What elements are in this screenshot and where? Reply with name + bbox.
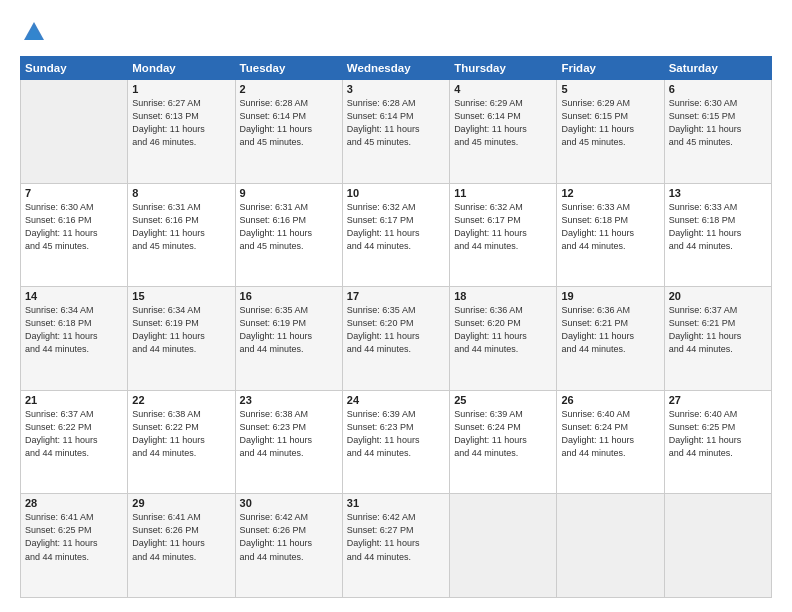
calendar-row-0: 1Sunrise: 6:27 AM Sunset: 6:13 PM Daylig… [21, 80, 772, 184]
day-info: Sunrise: 6:33 AM Sunset: 6:18 PM Dayligh… [561, 201, 659, 253]
calendar-cell [557, 494, 664, 598]
day-number: 22 [132, 394, 230, 406]
day-number: 2 [240, 83, 338, 95]
calendar-cell: 14Sunrise: 6:34 AM Sunset: 6:18 PM Dayli… [21, 287, 128, 391]
calendar-cell: 6Sunrise: 6:30 AM Sunset: 6:15 PM Daylig… [664, 80, 771, 184]
calendar-cell: 22Sunrise: 6:38 AM Sunset: 6:22 PM Dayli… [128, 390, 235, 494]
day-info: Sunrise: 6:40 AM Sunset: 6:25 PM Dayligh… [669, 408, 767, 460]
day-number: 8 [132, 187, 230, 199]
calendar-row-4: 28Sunrise: 6:41 AM Sunset: 6:25 PM Dayli… [21, 494, 772, 598]
calendar-cell: 31Sunrise: 6:42 AM Sunset: 6:27 PM Dayli… [342, 494, 449, 598]
calendar-row-3: 21Sunrise: 6:37 AM Sunset: 6:22 PM Dayli… [21, 390, 772, 494]
calendar-cell: 7Sunrise: 6:30 AM Sunset: 6:16 PM Daylig… [21, 183, 128, 287]
calendar-cell: 2Sunrise: 6:28 AM Sunset: 6:14 PM Daylig… [235, 80, 342, 184]
calendar-cell: 11Sunrise: 6:32 AM Sunset: 6:17 PM Dayli… [450, 183, 557, 287]
calendar-cell: 28Sunrise: 6:41 AM Sunset: 6:25 PM Dayli… [21, 494, 128, 598]
day-number: 28 [25, 497, 123, 509]
calendar-cell: 21Sunrise: 6:37 AM Sunset: 6:22 PM Dayli… [21, 390, 128, 494]
weekday-header-wednesday: Wednesday [342, 57, 449, 80]
calendar-cell: 16Sunrise: 6:35 AM Sunset: 6:19 PM Dayli… [235, 287, 342, 391]
weekday-header-tuesday: Tuesday [235, 57, 342, 80]
day-number: 31 [347, 497, 445, 509]
day-number: 3 [347, 83, 445, 95]
day-info: Sunrise: 6:42 AM Sunset: 6:26 PM Dayligh… [240, 511, 338, 563]
day-info: Sunrise: 6:33 AM Sunset: 6:18 PM Dayligh… [669, 201, 767, 253]
day-info: Sunrise: 6:30 AM Sunset: 6:15 PM Dayligh… [669, 97, 767, 149]
calendar-cell: 19Sunrise: 6:36 AM Sunset: 6:21 PM Dayli… [557, 287, 664, 391]
day-number: 29 [132, 497, 230, 509]
day-number: 6 [669, 83, 767, 95]
day-info: Sunrise: 6:34 AM Sunset: 6:18 PM Dayligh… [25, 304, 123, 356]
page: SundayMondayTuesdayWednesdayThursdayFrid… [0, 0, 792, 612]
calendar-cell: 13Sunrise: 6:33 AM Sunset: 6:18 PM Dayli… [664, 183, 771, 287]
calendar-cell [21, 80, 128, 184]
day-info: Sunrise: 6:39 AM Sunset: 6:23 PM Dayligh… [347, 408, 445, 460]
day-number: 16 [240, 290, 338, 302]
day-info: Sunrise: 6:34 AM Sunset: 6:19 PM Dayligh… [132, 304, 230, 356]
day-number: 26 [561, 394, 659, 406]
day-info: Sunrise: 6:37 AM Sunset: 6:21 PM Dayligh… [669, 304, 767, 356]
day-number: 25 [454, 394, 552, 406]
calendar-cell: 4Sunrise: 6:29 AM Sunset: 6:14 PM Daylig… [450, 80, 557, 184]
day-number: 10 [347, 187, 445, 199]
day-info: Sunrise: 6:39 AM Sunset: 6:24 PM Dayligh… [454, 408, 552, 460]
calendar-cell: 25Sunrise: 6:39 AM Sunset: 6:24 PM Dayli… [450, 390, 557, 494]
calendar-cell: 30Sunrise: 6:42 AM Sunset: 6:26 PM Dayli… [235, 494, 342, 598]
calendar-cell: 10Sunrise: 6:32 AM Sunset: 6:17 PM Dayli… [342, 183, 449, 287]
calendar-cell: 26Sunrise: 6:40 AM Sunset: 6:24 PM Dayli… [557, 390, 664, 494]
calendar-cell: 20Sunrise: 6:37 AM Sunset: 6:21 PM Dayli… [664, 287, 771, 391]
calendar-cell: 29Sunrise: 6:41 AM Sunset: 6:26 PM Dayli… [128, 494, 235, 598]
calendar-cell [450, 494, 557, 598]
day-info: Sunrise: 6:40 AM Sunset: 6:24 PM Dayligh… [561, 408, 659, 460]
weekday-header-monday: Monday [128, 57, 235, 80]
day-info: Sunrise: 6:38 AM Sunset: 6:22 PM Dayligh… [132, 408, 230, 460]
calendar-cell: 8Sunrise: 6:31 AM Sunset: 6:16 PM Daylig… [128, 183, 235, 287]
calendar-row-2: 14Sunrise: 6:34 AM Sunset: 6:18 PM Dayli… [21, 287, 772, 391]
day-info: Sunrise: 6:28 AM Sunset: 6:14 PM Dayligh… [240, 97, 338, 149]
day-number: 18 [454, 290, 552, 302]
day-number: 4 [454, 83, 552, 95]
day-number: 12 [561, 187, 659, 199]
day-info: Sunrise: 6:31 AM Sunset: 6:16 PM Dayligh… [240, 201, 338, 253]
day-info: Sunrise: 6:29 AM Sunset: 6:14 PM Dayligh… [454, 97, 552, 149]
calendar-cell: 17Sunrise: 6:35 AM Sunset: 6:20 PM Dayli… [342, 287, 449, 391]
day-number: 1 [132, 83, 230, 95]
weekday-header-saturday: Saturday [664, 57, 771, 80]
calendar-cell: 18Sunrise: 6:36 AM Sunset: 6:20 PM Dayli… [450, 287, 557, 391]
day-info: Sunrise: 6:37 AM Sunset: 6:22 PM Dayligh… [25, 408, 123, 460]
calendar-cell: 15Sunrise: 6:34 AM Sunset: 6:19 PM Dayli… [128, 287, 235, 391]
day-info: Sunrise: 6:32 AM Sunset: 6:17 PM Dayligh… [454, 201, 552, 253]
day-info: Sunrise: 6:28 AM Sunset: 6:14 PM Dayligh… [347, 97, 445, 149]
calendar-cell: 9Sunrise: 6:31 AM Sunset: 6:16 PM Daylig… [235, 183, 342, 287]
calendar-cell: 5Sunrise: 6:29 AM Sunset: 6:15 PM Daylig… [557, 80, 664, 184]
logo-icon [20, 18, 48, 46]
day-number: 19 [561, 290, 659, 302]
weekday-header-friday: Friday [557, 57, 664, 80]
day-number: 13 [669, 187, 767, 199]
day-number: 17 [347, 290, 445, 302]
calendar-cell: 24Sunrise: 6:39 AM Sunset: 6:23 PM Dayli… [342, 390, 449, 494]
day-number: 20 [669, 290, 767, 302]
day-number: 5 [561, 83, 659, 95]
day-number: 24 [347, 394, 445, 406]
calendar-cell: 1Sunrise: 6:27 AM Sunset: 6:13 PM Daylig… [128, 80, 235, 184]
day-info: Sunrise: 6:35 AM Sunset: 6:19 PM Dayligh… [240, 304, 338, 356]
day-info: Sunrise: 6:30 AM Sunset: 6:16 PM Dayligh… [25, 201, 123, 253]
day-info: Sunrise: 6:36 AM Sunset: 6:21 PM Dayligh… [561, 304, 659, 356]
weekday-header-row: SundayMondayTuesdayWednesdayThursdayFrid… [21, 57, 772, 80]
day-info: Sunrise: 6:41 AM Sunset: 6:26 PM Dayligh… [132, 511, 230, 563]
weekday-header-thursday: Thursday [450, 57, 557, 80]
calendar-cell: 23Sunrise: 6:38 AM Sunset: 6:23 PM Dayli… [235, 390, 342, 494]
day-info: Sunrise: 6:27 AM Sunset: 6:13 PM Dayligh… [132, 97, 230, 149]
day-number: 15 [132, 290, 230, 302]
day-info: Sunrise: 6:36 AM Sunset: 6:20 PM Dayligh… [454, 304, 552, 356]
day-number: 14 [25, 290, 123, 302]
day-info: Sunrise: 6:38 AM Sunset: 6:23 PM Dayligh… [240, 408, 338, 460]
calendar-cell [664, 494, 771, 598]
logo [20, 18, 52, 46]
day-info: Sunrise: 6:32 AM Sunset: 6:17 PM Dayligh… [347, 201, 445, 253]
day-number: 9 [240, 187, 338, 199]
day-number: 21 [25, 394, 123, 406]
day-number: 27 [669, 394, 767, 406]
day-info: Sunrise: 6:31 AM Sunset: 6:16 PM Dayligh… [132, 201, 230, 253]
